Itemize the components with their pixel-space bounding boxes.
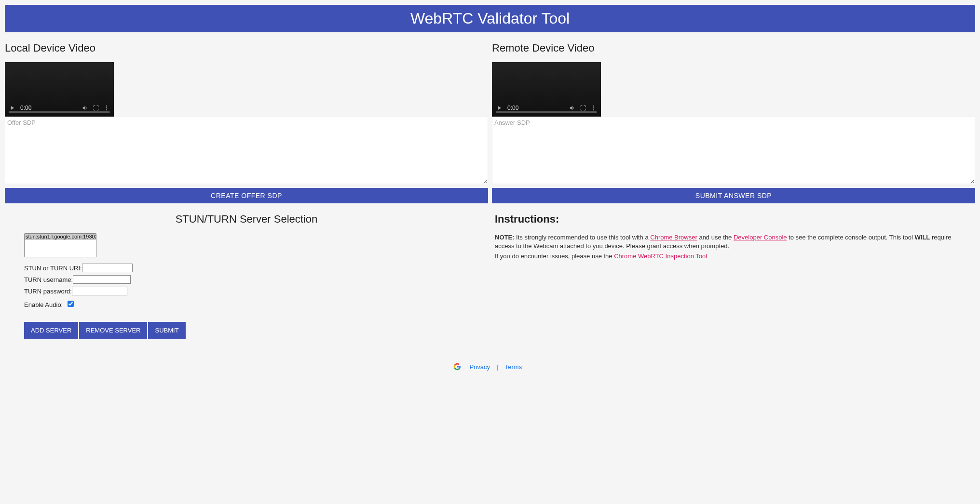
- turn-password-input[interactable]: [72, 287, 127, 295]
- privacy-link[interactable]: Privacy: [469, 363, 490, 371]
- add-server-button[interactable]: ADD SERVER: [24, 322, 78, 339]
- stun-submit-button[interactable]: SUBMIT: [148, 322, 185, 339]
- page-title: WebRTC Validator Tool: [410, 10, 570, 27]
- webrtc-inspection-link[interactable]: Chrome WebRTC Inspection Tool: [614, 252, 707, 260]
- developer-console-link[interactable]: Developer Console: [734, 234, 787, 241]
- local-video-progress[interactable]: [9, 111, 110, 113]
- footer-separator: |: [497, 363, 498, 371]
- enable-audio-label: Enable Audio:: [24, 301, 63, 308]
- chrome-browser-link[interactable]: Chrome Browser: [650, 234, 697, 241]
- turn-username-label: TURN username:: [24, 276, 73, 283]
- remove-server-button[interactable]: REMOVE SERVER: [79, 322, 147, 339]
- play-icon[interactable]: [9, 105, 15, 111]
- stun-server-option[interactable]: stun:stun1.l.google.com:19302: [25, 234, 96, 240]
- play-icon[interactable]: [496, 105, 503, 111]
- stun-server-list[interactable]: stun:stun1.l.google.com:19302: [24, 233, 96, 257]
- more-icon[interactable]: [590, 105, 597, 111]
- svg-point-3: [593, 106, 594, 106]
- local-video-player[interactable]: 0:00: [5, 62, 114, 117]
- submit-answer-sdp-button[interactable]: SUBMIT ANSWER SDP: [492, 188, 975, 203]
- turn-username-input[interactable]: [73, 275, 131, 284]
- instructions-paragraph-2: If you do encounter issues, please use t…: [495, 252, 972, 261]
- enable-audio-checkbox[interactable]: [68, 301, 74, 307]
- svg-point-0: [106, 106, 107, 106]
- terms-link[interactable]: Terms: [505, 363, 522, 371]
- more-icon[interactable]: [103, 105, 110, 111]
- answer-sdp-textarea[interactable]: [492, 117, 975, 184]
- stun-uri-input[interactable]: [82, 264, 133, 272]
- instructions-heading: Instructions:: [495, 213, 972, 225]
- create-offer-sdp-button[interactable]: CREATE OFFER SDP: [5, 188, 488, 203]
- svg-point-2: [106, 109, 107, 110]
- remote-video-progress[interactable]: [496, 111, 597, 113]
- fullscreen-icon[interactable]: [93, 105, 99, 111]
- will-label: WILL: [915, 234, 930, 241]
- local-video-time: 0:00: [20, 105, 31, 111]
- offer-sdp-textarea[interactable]: [5, 117, 488, 184]
- page-header: WebRTC Validator Tool: [5, 5, 975, 32]
- remote-video-player[interactable]: 0:00: [492, 62, 601, 117]
- stun-uri-label: STUN or TURN URI:: [24, 265, 82, 272]
- svg-point-4: [593, 107, 594, 108]
- google-logo-icon: [453, 363, 461, 372]
- fullscreen-icon[interactable]: [580, 105, 586, 111]
- stun-section-title: STUN/TURN Server Selection: [24, 213, 469, 225]
- local-video-heading: Local Device Video: [5, 42, 488, 54]
- volume-icon[interactable]: [569, 105, 576, 111]
- volume-icon[interactable]: [82, 105, 89, 111]
- turn-password-label: TURN password:: [24, 288, 72, 295]
- svg-point-1: [106, 107, 107, 108]
- page-footer: Privacy | Terms: [5, 363, 975, 372]
- remote-video-time: 0:00: [507, 105, 518, 111]
- note-label: NOTE:: [495, 234, 514, 241]
- instructions-paragraph-1: NOTE: Its strongly recommended to use th…: [495, 233, 972, 250]
- svg-point-5: [593, 109, 594, 110]
- remote-video-heading: Remote Device Video: [492, 42, 975, 54]
